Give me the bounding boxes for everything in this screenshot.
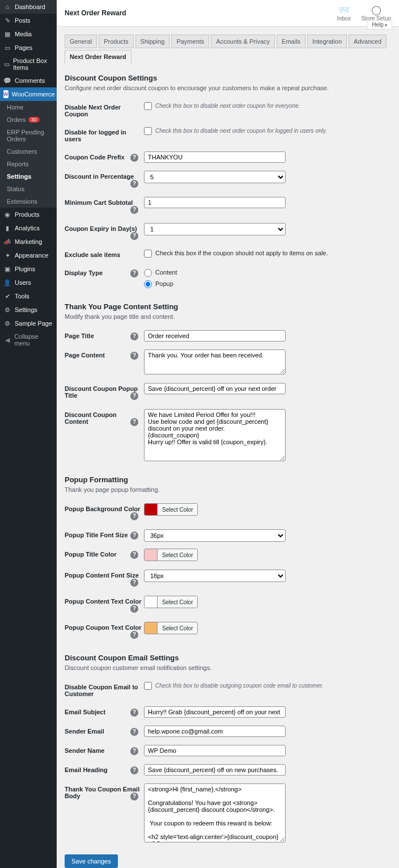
submenu-home[interactable]: Home <box>0 101 57 113</box>
select-color-btn: Select Color <box>157 596 197 608</box>
help-icon[interactable]: ? <box>130 352 138 360</box>
help-icon[interactable]: ? <box>130 269 138 277</box>
menu-label: Tools <box>15 293 29 300</box>
input-popup-title[interactable] <box>144 383 286 394</box>
submenu-erp[interactable]: ERP Pending Orders <box>0 126 57 145</box>
help-tab[interactable]: Help <box>367 20 392 30</box>
tab-products[interactable]: Products <box>99 35 133 48</box>
checkbox-disable-email[interactable] <box>144 682 152 690</box>
color-swatch <box>145 622 157 634</box>
help-icon[interactable]: ? <box>130 631 138 639</box>
label-email-body: Thank You Coupon Email Body ? <box>65 780 144 848</box>
tab-payments[interactable]: Payments <box>171 35 209 48</box>
help-icon[interactable]: ? <box>130 392 138 400</box>
checkbox-disable-next[interactable] <box>144 102 152 110</box>
checkbox-exclude[interactable] <box>144 250 152 258</box>
help-icon[interactable]: ? <box>130 709 138 717</box>
menu-marketing[interactable]: 📣Marketing <box>0 235 57 248</box>
input-email-heading[interactable] <box>144 764 286 776</box>
menu-media[interactable]: ▦Media <box>0 27 57 41</box>
menu-woocommerce[interactable]: WWooCommerce <box>0 87 57 101</box>
color-picker-bg[interactable]: Select Color <box>144 503 198 516</box>
submenu-extensions[interactable]: Extensions <box>0 195 57 208</box>
menu-tools[interactable]: ✔Tools <box>0 289 57 303</box>
submenu-orders[interactable]: Orders30 <box>0 113 57 126</box>
tab-next-order-reward[interactable]: Next Order Reward <box>65 50 131 64</box>
help-icon[interactable]: ? <box>130 332 138 340</box>
label-expiry: Coupon Expiry in Day(s) ? <box>65 220 144 246</box>
color-picker-coupon[interactable]: Select Color <box>144 622 198 634</box>
inbox-button[interactable]: 📨Inbox <box>337 5 351 22</box>
menu-sample-page[interactable]: ⚙Sample Page <box>0 317 57 330</box>
tab-emails[interactable]: Emails <box>277 35 305 48</box>
select-percent[interactable]: 5 <box>144 171 286 183</box>
menu-products[interactable]: ◉Products <box>0 208 57 221</box>
input-sender-email[interactable] <box>144 726 286 737</box>
help-icon[interactable]: ? <box>130 532 138 540</box>
menu-label: Dashboard <box>15 3 45 10</box>
select-content-size[interactable]: 18px <box>144 570 286 582</box>
help-icon[interactable]: ? <box>130 793 138 800</box>
menu-settings[interactable]: ⚙Settings <box>0 303 57 317</box>
tab-general[interactable]: General <box>65 35 97 48</box>
store-icon: ◯ <box>361 5 391 15</box>
menu-comments[interactable]: 💬Comments <box>0 74 57 87</box>
textarea-popup-content[interactable] <box>144 409 286 461</box>
menu-product-box[interactable]: ▭Product Box Items <box>0 54 57 74</box>
menu-dashboard[interactable]: ⌂Dashboard <box>0 0 57 14</box>
label-exclude: Exclude sale items <box>65 246 144 264</box>
help-icon[interactable]: ? <box>130 418 138 426</box>
menu-label: Users <box>15 279 31 286</box>
save-button[interactable]: Save changes <box>65 854 118 868</box>
help-icon[interactable]: ? <box>130 551 138 559</box>
tab-accounts[interactable]: Accounts & Privacy <box>211 35 275 48</box>
radio-content[interactable] <box>144 269 152 277</box>
store-setup-button[interactable]: ◯Store Setup <box>361 5 391 22</box>
submenu-status[interactable]: Status <box>0 183 57 195</box>
submenu-customers[interactable]: Customers <box>0 145 57 158</box>
color-picker-title[interactable]: Select Color <box>144 549 198 561</box>
label-content-size: Popup Content Font Size ? <box>65 566 144 592</box>
help-icon[interactable]: ? <box>130 605 138 613</box>
main-content: Next Order Reward 📨Inbox ◯Store Setup He… <box>57 0 399 868</box>
tab-integration[interactable]: Integration <box>307 35 347 48</box>
menu-appearance[interactable]: ✦Appearance <box>0 248 57 262</box>
submenu-settings[interactable]: Settings <box>0 170 57 183</box>
textarea-page-content[interactable] <box>144 349 286 374</box>
textarea-email-body[interactable] <box>144 783 286 842</box>
color-picker-content[interactable]: Select Color <box>144 596 198 608</box>
menu-users[interactable]: 👤Users <box>0 276 57 289</box>
menu-collapse[interactable]: ◀Collapse menu <box>0 330 57 349</box>
label-email-heading: Email Heading ? <box>65 761 144 780</box>
radio-popup[interactable] <box>144 280 152 288</box>
menu-analytics[interactable]: ▮Analytics <box>0 221 57 235</box>
label-subject: Email Subject ? <box>65 703 144 722</box>
select-title-size[interactable]: 36px <box>144 529 286 542</box>
input-subject[interactable] <box>144 706 286 718</box>
input-sender-name[interactable] <box>144 745 286 756</box>
checkbox-disable-logged[interactable] <box>144 127 152 135</box>
menu-plugins[interactable]: ▣Plugins <box>0 262 57 276</box>
help-icon[interactable]: ? <box>130 232 138 240</box>
select-expiry[interactable]: 1 <box>144 223 286 235</box>
tab-advanced[interactable]: Advanced <box>349 35 387 48</box>
help-icon[interactable]: ? <box>130 154 138 162</box>
help-icon[interactable]: ? <box>130 180 138 188</box>
submenu-reports[interactable]: Reports <box>0 158 57 170</box>
admin-sidebar: ⌂Dashboard ✎Posts ▦Media ▭Pages ▭Product… <box>0 0 57 868</box>
help-icon[interactable]: ? <box>130 206 138 214</box>
help-icon[interactable]: ? <box>130 747 138 755</box>
help-icon[interactable]: ? <box>130 579 138 587</box>
input-page-title[interactable] <box>144 330 286 342</box>
select-color-btn: Select Color <box>157 622 197 634</box>
menu-posts[interactable]: ✎Posts <box>0 14 57 27</box>
page-icon: ▭ <box>3 60 10 68</box>
orders-badge: 30 <box>28 117 40 123</box>
help-icon[interactable]: ? <box>130 728 138 736</box>
tab-shipping[interactable]: Shipping <box>135 35 170 48</box>
input-min-cart[interactable] <box>144 197 286 208</box>
menu-pages[interactable]: ▭Pages <box>0 41 57 54</box>
help-icon[interactable]: ? <box>130 512 138 520</box>
help-icon[interactable]: ? <box>130 766 138 774</box>
input-prefix[interactable] <box>144 151 286 163</box>
